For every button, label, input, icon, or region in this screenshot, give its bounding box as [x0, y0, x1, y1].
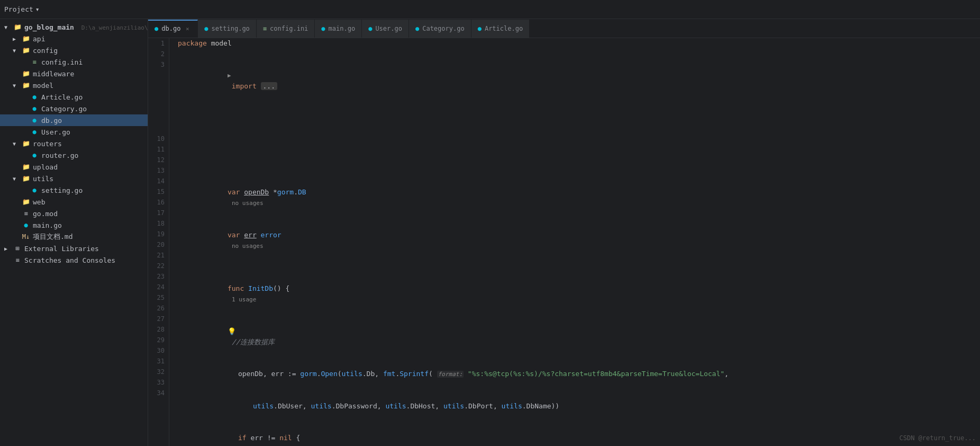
go-mod-icon: ≡: [21, 210, 31, 217]
sidebar-item-upload[interactable]: 📁 upload: [0, 161, 148, 173]
tab-article-go-icon: ●: [478, 25, 482, 32]
routers-arrow-icon: ▼: [13, 141, 21, 147]
sidebar-item-api[interactable]: ▶ 📁 api: [0, 33, 148, 44]
tab-setting-go[interactable]: ● setting.go: [198, 20, 256, 38]
utils-arrow-icon: ▼: [13, 176, 21, 182]
config-arrow-icon: ▼: [13, 48, 21, 53]
api-folder-icon: 📁: [21, 35, 31, 42]
go-mod-label: go.mod: [33, 210, 58, 218]
setting-go-icon: ●: [30, 186, 39, 194]
tab-user-go-label: User.go: [375, 25, 402, 32]
sidebar-item-article-go[interactable]: ● Article.go: [0, 91, 148, 103]
sidebar-item-config[interactable]: ▼ 📁 config: [0, 44, 148, 56]
sidebar-item-web[interactable]: 📁 web: [0, 196, 148, 208]
tab-category-go[interactable]: ● Category.go: [409, 20, 471, 38]
sidebar-item-setting-go[interactable]: ● setting.go: [0, 184, 148, 196]
config-label: config: [33, 47, 58, 55]
tab-category-go-label: Category.go: [422, 25, 464, 32]
dropdown-arrow-icon: ▾: [35, 5, 40, 13]
code-line-4: [178, 102, 972, 113]
code-line-10: [178, 166, 972, 176]
router-go-label: router.go: [41, 151, 78, 159]
tab-article-go-label: Article.go: [485, 25, 523, 32]
root-arrow-icon: ▼: [4, 24, 13, 30]
main-layout: ▼ 📁 go_blog_main D:\a_wenjianziliao\Go\g…: [0, 19, 980, 446]
utils-folder-icon: 📁: [21, 175, 31, 182]
middleware-folder-icon: 📁: [21, 70, 31, 77]
code-line-15: 💡 //连接数据库: [178, 316, 972, 358]
tab-setting-go-icon: ●: [204, 25, 208, 32]
api-arrow-icon: ▶: [13, 36, 21, 42]
top-bar: Project ▾: [0, 0, 980, 19]
model-arrow-icon: ▼: [13, 83, 21, 88]
line-numbers: 1 2 3 10 11 12 13 14 15 16 17 18 19: [148, 38, 169, 446]
sidebar-item-utils[interactable]: ▼ 📁 utils: [0, 173, 148, 184]
tab-config-ini[interactable]: ≡ config.ini: [257, 20, 315, 38]
tab-article-go[interactable]: ● Article.go: [471, 20, 530, 38]
sidebar-item-root[interactable]: ▼ 📁 go_blog_main D:\a_wenjianziliao\Go\g…: [0, 21, 148, 33]
user-go-label: User.go: [41, 128, 70, 136]
routers-label: routers: [33, 140, 62, 148]
web-label: web: [33, 198, 45, 206]
routers-folder-icon: 📁: [21, 140, 31, 147]
tab-db-go-close[interactable]: ×: [184, 25, 191, 32]
model-label: model: [33, 82, 53, 90]
sidebar-item-routers[interactable]: ▼ 📁 routers: [0, 138, 148, 149]
sidebar-item-middleware[interactable]: 📁 middleware: [0, 68, 148, 79]
project-menu[interactable]: Project ▾: [4, 5, 40, 13]
tab-config-ini-icon: ≡: [263, 25, 267, 32]
sidebar-item-scratches[interactable]: ≡ Scratches and Consoles: [0, 254, 148, 266]
ext-lib-label: External Libraries: [24, 245, 99, 253]
sidebar-item-proj-doc[interactable]: M↓ 项目文档.md: [0, 231, 148, 243]
tabs-bar: ● db.go × ● setting.go ≡ config.ini ● ma…: [148, 19, 980, 38]
sidebar-item-ext-lib[interactable]: ▶ ⊞ External Libraries: [0, 243, 148, 254]
code-line-7: [178, 134, 972, 145]
main-go-label: main.go: [33, 221, 62, 229]
upload-label: upload: [33, 163, 58, 171]
db-go-label: db.go: [41, 117, 62, 124]
setting-go-label: setting.go: [41, 186, 83, 194]
editor-body: 1 2 3 10 11 12 13 14 15 16 17 18 19: [148, 38, 980, 446]
config-folder-icon: 📁: [21, 47, 31, 54]
tab-main-go[interactable]: ● main.go: [315, 20, 362, 38]
sidebar-item-category-go[interactable]: ● Category.go: [0, 103, 148, 114]
project-label: Project: [4, 5, 33, 13]
sidebar-item-user-go[interactable]: ● User.go: [0, 126, 148, 138]
code-line-3: ▶ import ...: [178, 59, 972, 102]
code-editor[interactable]: package model ▶ import ...: [169, 38, 980, 446]
tab-user-go-icon: ●: [368, 25, 372, 32]
upload-folder-icon: 📁: [21, 163, 31, 171]
config-ini-label: config.ini: [41, 58, 83, 66]
ext-lib-arrow-icon: ▶: [4, 246, 13, 252]
sidebar-item-go-mod[interactable]: ≡ go.mod: [0, 208, 148, 219]
config-ini-icon: ≡: [30, 58, 39, 66]
root-label: go_blog_main D:\a_wenjianziliao\Go\go_co…: [24, 23, 148, 31]
proj-doc-icon: M↓: [21, 233, 31, 240]
db-go-icon: ●: [30, 117, 39, 124]
middleware-label: middleware: [33, 70, 74, 78]
api-label: api: [33, 35, 45, 43]
sidebar-item-router-go[interactable]: ● router.go: [0, 149, 148, 161]
tab-db-go-label: db.go: [161, 25, 180, 32]
code-line-16: openDb, err := gorm.Open(utils.Db, fmt.S…: [178, 358, 972, 390]
main-go-icon: ●: [21, 221, 31, 229]
code-line-17: utils.DbUser, utils.DbPassword, utils.Db…: [178, 390, 972, 422]
tab-db-go[interactable]: ● db.go ×: [148, 20, 198, 38]
root-folder-icon: 📁: [13, 23, 22, 31]
article-go-icon: ●: [30, 93, 39, 101]
sidebar-item-model[interactable]: ▼ 📁 model: [0, 79, 148, 91]
editor-container: ● db.go × ● setting.go ≡ config.ini ● ma…: [148, 19, 980, 446]
scratches-label: Scratches and Consoles: [24, 256, 115, 264]
tab-main-go-icon: ●: [321, 25, 325, 32]
sidebar-item-db-go[interactable]: ● db.go: [0, 114, 148, 126]
tab-main-go-label: main.go: [329, 25, 356, 32]
category-go-label: Category.go: [41, 105, 87, 113]
tab-category-go-icon: ●: [415, 25, 419, 32]
tab-user-go[interactable]: ● User.go: [362, 20, 409, 38]
code-line-6: [178, 123, 972, 134]
tab-config-ini-label: config.ini: [270, 25, 308, 32]
code-line-14: func InitDb() { 1 usage: [178, 273, 972, 316]
code-line-5: [178, 113, 972, 123]
sidebar-item-main-go[interactable]: ● main.go: [0, 219, 148, 231]
sidebar-item-config-ini[interactable]: ≡ config.ini: [0, 56, 148, 68]
